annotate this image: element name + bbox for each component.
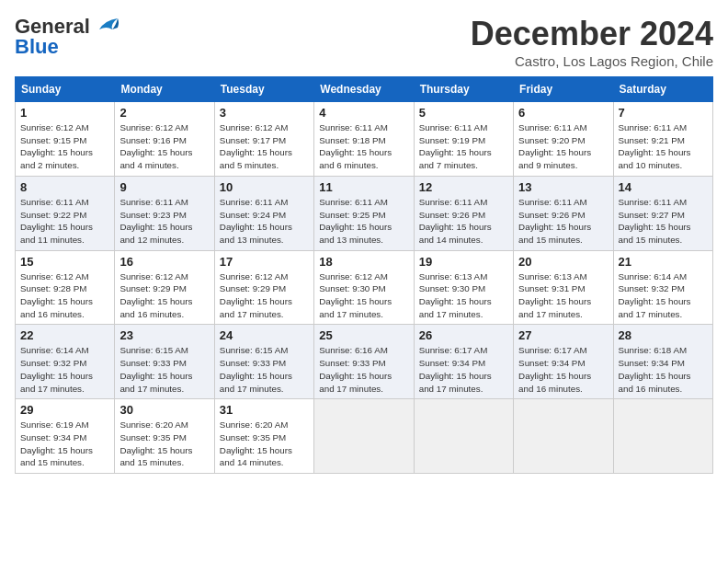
day-number: 14 (619, 180, 708, 194)
table-row: 8 Sunrise: 6:11 AMSunset: 9:22 PMDayligh… (16, 176, 115, 250)
day-number: 24 (220, 328, 309, 342)
page-header: General Blue December 2024 Castro, Los L… (15, 15, 713, 69)
day-info: Sunrise: 6:12 AMSunset: 9:17 PMDaylight:… (220, 122, 292, 170)
calendar-week-row: 29 Sunrise: 6:19 AMSunset: 9:34 PMDaylig… (16, 399, 713, 474)
day-number: 5 (419, 106, 508, 120)
day-info: Sunrise: 6:11 AMSunset: 9:26 PMDaylight:… (419, 197, 492, 245)
table-row: 17 Sunrise: 6:12 AMSunset: 9:29 PMDaylig… (214, 250, 313, 325)
table-row: 20 Sunrise: 6:13 AMSunset: 9:31 PMDaylig… (514, 250, 613, 325)
day-number: 15 (20, 255, 109, 269)
day-info: Sunrise: 6:11 AMSunset: 9:24 PMDaylight:… (220, 197, 292, 245)
table-row: 11 Sunrise: 6:11 AMSunset: 9:25 PMDaylig… (314, 176, 414, 250)
day-info: Sunrise: 6:13 AMSunset: 9:31 PMDaylight:… (518, 271, 591, 319)
day-info: Sunrise: 6:12 AMSunset: 9:15 PMDaylight:… (20, 122, 93, 170)
day-info: Sunrise: 6:17 AMSunset: 9:34 PMDaylight:… (518, 345, 591, 393)
day-number: 8 (20, 180, 109, 194)
table-row: 6 Sunrise: 6:11 AMSunset: 9:20 PMDayligh… (514, 102, 613, 177)
table-row: 7 Sunrise: 6:11 AMSunset: 9:21 PMDayligh… (613, 102, 712, 177)
table-row: 16 Sunrise: 6:12 AMSunset: 9:29 PMDaylig… (115, 250, 214, 325)
day-info: Sunrise: 6:20 AMSunset: 9:35 PMDaylight:… (119, 419, 192, 467)
day-number: 12 (419, 180, 508, 194)
day-number: 13 (518, 180, 608, 194)
table-row: 15 Sunrise: 6:12 AMSunset: 9:28 PMDaylig… (16, 250, 115, 325)
table-row: 9 Sunrise: 6:11 AMSunset: 9:23 PMDayligh… (115, 176, 214, 250)
table-row: 5 Sunrise: 6:11 AMSunset: 9:19 PMDayligh… (414, 102, 513, 177)
day-info: Sunrise: 6:11 AMSunset: 9:22 PMDaylight:… (20, 197, 93, 245)
day-info: Sunrise: 6:15 AMSunset: 9:33 PMDaylight:… (119, 345, 192, 393)
calendar-header-row: Sunday Monday Tuesday Wednesday Thursday… (16, 77, 713, 102)
table-row (613, 399, 712, 474)
day-number: 10 (220, 180, 309, 194)
header-wednesday: Wednesday (314, 77, 414, 102)
day-info: Sunrise: 6:12 AMSunset: 9:16 PMDaylight:… (119, 122, 192, 170)
header-saturday: Saturday (613, 77, 712, 102)
day-info: Sunrise: 6:12 AMSunset: 9:30 PMDaylight:… (319, 271, 392, 319)
day-info: Sunrise: 6:18 AMSunset: 9:34 PMDaylight:… (619, 345, 691, 393)
day-info: Sunrise: 6:12 AMSunset: 9:29 PMDaylight:… (119, 271, 192, 319)
header-thursday: Thursday (414, 77, 513, 102)
day-number: 26 (419, 328, 508, 342)
day-number: 18 (319, 255, 408, 269)
table-row: 27 Sunrise: 6:17 AMSunset: 9:34 PMDaylig… (514, 325, 613, 399)
table-row: 22 Sunrise: 6:14 AMSunset: 9:32 PMDaylig… (16, 325, 115, 399)
day-number: 22 (20, 328, 109, 342)
day-info: Sunrise: 6:11 AMSunset: 9:26 PMDaylight:… (518, 197, 591, 245)
title-block: December 2024 Castro, Los Lagos Region, … (471, 15, 713, 69)
table-row: 24 Sunrise: 6:15 AMSunset: 9:33 PMDaylig… (214, 325, 313, 399)
table-row: 26 Sunrise: 6:17 AMSunset: 9:34 PMDaylig… (414, 325, 513, 399)
day-number: 21 (619, 255, 708, 269)
table-row: 23 Sunrise: 6:15 AMSunset: 9:33 PMDaylig… (115, 325, 214, 399)
table-row (314, 399, 414, 474)
calendar-week-row: 15 Sunrise: 6:12 AMSunset: 9:28 PMDaylig… (16, 250, 713, 325)
logo-bird-icon (92, 17, 119, 37)
day-number: 30 (119, 403, 209, 417)
day-number: 28 (619, 328, 708, 342)
header-tuesday: Tuesday (214, 77, 313, 102)
table-row: 13 Sunrise: 6:11 AMSunset: 9:26 PMDaylig… (514, 176, 613, 250)
table-row: 21 Sunrise: 6:14 AMSunset: 9:32 PMDaylig… (613, 250, 712, 325)
day-number: 4 (319, 106, 408, 120)
day-info: Sunrise: 6:20 AMSunset: 9:35 PMDaylight:… (220, 419, 292, 467)
day-info: Sunrise: 6:11 AMSunset: 9:20 PMDaylight:… (518, 122, 591, 170)
day-number: 19 (419, 255, 508, 269)
day-number: 2 (119, 106, 209, 120)
day-number: 29 (20, 403, 109, 417)
day-info: Sunrise: 6:11 AMSunset: 9:21 PMDaylight:… (619, 122, 691, 170)
table-row: 31 Sunrise: 6:20 AMSunset: 9:35 PMDaylig… (214, 399, 313, 474)
table-row: 30 Sunrise: 6:20 AMSunset: 9:35 PMDaylig… (115, 399, 214, 474)
table-row: 28 Sunrise: 6:18 AMSunset: 9:34 PMDaylig… (613, 325, 712, 399)
header-monday: Monday (115, 77, 214, 102)
header-friday: Friday (514, 77, 613, 102)
table-row: 19 Sunrise: 6:13 AMSunset: 9:30 PMDaylig… (414, 250, 513, 325)
day-number: 23 (119, 328, 209, 342)
day-number: 17 (220, 255, 309, 269)
day-info: Sunrise: 6:11 AMSunset: 9:27 PMDaylight:… (619, 197, 691, 245)
calendar-week-row: 22 Sunrise: 6:14 AMSunset: 9:32 PMDaylig… (16, 325, 713, 399)
table-row: 2 Sunrise: 6:12 AMSunset: 9:16 PMDayligh… (115, 102, 214, 177)
day-number: 3 (220, 106, 309, 120)
day-info: Sunrise: 6:11 AMSunset: 9:18 PMDaylight:… (319, 122, 392, 170)
table-row: 10 Sunrise: 6:11 AMSunset: 9:24 PMDaylig… (214, 176, 313, 250)
table-row: 29 Sunrise: 6:19 AMSunset: 9:34 PMDaylig… (16, 399, 115, 474)
day-number: 9 (119, 180, 209, 194)
day-number: 16 (119, 255, 209, 269)
header-sunday: Sunday (16, 77, 115, 102)
day-number: 31 (220, 403, 309, 417)
table-row: 14 Sunrise: 6:11 AMSunset: 9:27 PMDaylig… (613, 176, 712, 250)
day-info: Sunrise: 6:12 AMSunset: 9:29 PMDaylight:… (220, 271, 292, 319)
day-info: Sunrise: 6:17 AMSunset: 9:34 PMDaylight:… (419, 345, 492, 393)
day-number: 20 (518, 255, 608, 269)
day-info: Sunrise: 6:14 AMSunset: 9:32 PMDaylight:… (619, 271, 691, 319)
day-info: Sunrise: 6:19 AMSunset: 9:34 PMDaylight:… (20, 419, 93, 467)
location-subtitle: Castro, Los Lagos Region, Chile (471, 53, 713, 69)
day-info: Sunrise: 6:16 AMSunset: 9:33 PMDaylight:… (319, 345, 392, 393)
day-info: Sunrise: 6:11 AMSunset: 9:19 PMDaylight:… (419, 122, 492, 170)
day-info: Sunrise: 6:12 AMSunset: 9:28 PMDaylight:… (20, 271, 93, 319)
table-row: 12 Sunrise: 6:11 AMSunset: 9:26 PMDaylig… (414, 176, 513, 250)
day-number: 6 (518, 106, 608, 120)
table-row (514, 399, 613, 474)
day-number: 1 (20, 106, 109, 120)
day-info: Sunrise: 6:11 AMSunset: 9:25 PMDaylight:… (319, 197, 392, 245)
calendar-table: Sunday Monday Tuesday Wednesday Thursday… (15, 76, 713, 474)
day-info: Sunrise: 6:11 AMSunset: 9:23 PMDaylight:… (119, 197, 192, 245)
